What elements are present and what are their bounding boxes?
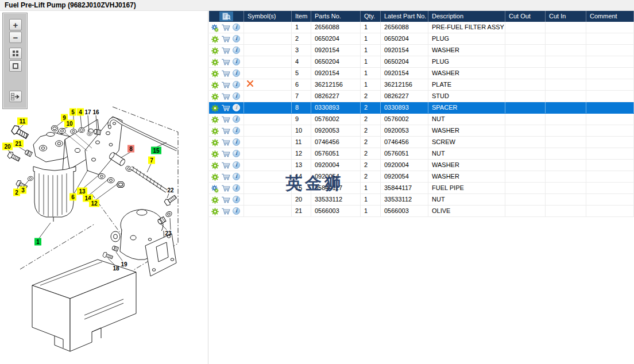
- configure-gear-icon[interactable]: [211, 138, 219, 146]
- zoom-out-icon[interactable]: −: [9, 32, 22, 43]
- add-to-cart-icon[interactable]: [221, 173, 231, 181]
- configure-gear-icon[interactable]: [211, 47, 219, 55]
- add-to-cart-icon[interactable]: [221, 58, 231, 66]
- configure-gear-icon[interactable]: [211, 207, 219, 215]
- column-header[interactable]: Cut Out: [505, 11, 546, 22]
- add-to-cart-icon[interactable]: [221, 92, 231, 100]
- info-icon[interactable]: i: [233, 69, 240, 77]
- info-icon[interactable]: i: [233, 150, 240, 157]
- add-to-cart-icon[interactable]: [221, 47, 231, 55]
- configure-gear-icon[interactable]: [211, 115, 219, 123]
- table-row[interactable]: i1535844117135844117FUEL PIPE: [209, 183, 634, 194]
- column-header[interactable]: Description: [428, 11, 505, 22]
- table-row[interactable]: i21056600310566003OLIVE: [209, 206, 634, 217]
- configure-gear-icon[interactable]: [211, 35, 219, 43]
- configure-gear-icon[interactable]: [211, 92, 219, 100]
- column-header[interactable]: Item: [292, 11, 311, 22]
- diagram-callout[interactable]: 20: [2, 143, 13, 150]
- fit-view-icon[interactable]: [9, 60, 22, 72]
- info-icon[interactable]: i: [233, 47, 240, 54]
- column-header[interactable]: Parts No.: [311, 11, 361, 22]
- configure-gear-icon[interactable]: [211, 127, 219, 135]
- info-icon[interactable]: i: [233, 58, 240, 65]
- diagram-callout[interactable]: 3: [20, 187, 26, 194]
- info-icon[interactable]: i: [233, 207, 240, 215]
- column-header[interactable]: Comment: [586, 11, 634, 22]
- configure-gear-icon[interactable]: [211, 161, 219, 169]
- info-icon[interactable]: i: [233, 35, 240, 42]
- info-icon[interactable]: i: [233, 196, 240, 203]
- column-header[interactable]: Symbol(s): [244, 11, 292, 22]
- search-list-icon[interactable]: [219, 11, 233, 21]
- table-row[interactable]: i14092005420920054WASHER: [209, 171, 634, 183]
- table-row[interactable]: i3092015410920154WASHER: [209, 45, 634, 56]
- table-row[interactable]: i10092005320920053WASHER: [209, 125, 634, 137]
- add-to-cart-icon[interactable]: [221, 161, 231, 169]
- diagram-callout[interactable]: 4: [77, 109, 84, 116]
- tile-view-icon[interactable]: [9, 48, 22, 59]
- diagram-callout[interactable]: 1: [34, 238, 41, 246]
- diagram-callout[interactable]: 8: [127, 145, 134, 153]
- add-to-cart-icon[interactable]: [221, 138, 231, 146]
- info-icon[interactable]: i: [233, 138, 240, 146]
- table-row[interactable]: i5092015410920154WASHER: [209, 68, 634, 79]
- add-to-cart-icon[interactable]: [221, 35, 231, 43]
- info-icon[interactable]: i: [233, 24, 240, 31]
- diagram-callout[interactable]: 11: [17, 118, 28, 125]
- zoom-in-icon[interactable]: +: [9, 19, 22, 30]
- diagram-callout[interactable]: 17: [84, 109, 91, 115]
- diagram-callout[interactable]: 5: [69, 109, 76, 116]
- diagram-callout[interactable]: 10: [64, 120, 75, 127]
- configure-gear-icon[interactable]: [211, 58, 219, 66]
- add-to-cart-icon[interactable]: [221, 184, 231, 192]
- info-icon[interactable]: i: [233, 184, 240, 192]
- add-to-cart-icon[interactable]: [221, 196, 231, 204]
- configure-gear-icon[interactable]: [211, 81, 219, 89]
- assembly-gears-icon[interactable]: [211, 184, 219, 192]
- configure-gear-icon[interactable]: [211, 196, 219, 204]
- info-icon[interactable]: i: [233, 173, 240, 180]
- diagram-callout[interactable]: 16: [92, 109, 99, 115]
- configure-gear-icon[interactable]: [211, 69, 219, 78]
- info-icon[interactable]: i: [233, 161, 240, 169]
- column-header[interactable]: Latest Part No.: [381, 11, 428, 22]
- column-header-icon[interactable]: [209, 11, 244, 22]
- add-to-cart-icon[interactable]: [221, 69, 231, 78]
- diagram-callout[interactable]: 13: [77, 188, 87, 195]
- diagram-callout[interactable]: 2: [13, 189, 20, 196]
- column-header[interactable]: Cut In: [546, 11, 586, 22]
- add-to-cart-icon[interactable]: [221, 104, 231, 112]
- table-row[interactable]: i11074645620746456SCREW: [209, 137, 634, 148]
- table-row[interactable]: i2065020410650204PLUG: [209, 33, 634, 45]
- table-row[interactable]: i2033533112133533112NUT: [209, 194, 634, 206]
- info-icon[interactable]: i: [233, 81, 240, 88]
- add-to-cart-icon[interactable]: [221, 115, 231, 123]
- table-row[interactable]: i7082622720826227STUD: [209, 91, 634, 102]
- add-to-cart-icon[interactable]: [221, 81, 231, 89]
- column-header[interactable]: Qty.: [361, 11, 381, 22]
- table-row[interactable]: i8033089320330893SPACER: [209, 102, 634, 114]
- assembly-gears-icon[interactable]: [211, 24, 219, 32]
- table-row[interactable]: i12057605120576051NUT: [209, 148, 634, 160]
- table-row[interactable]: i13092000420920004WASHER: [209, 160, 634, 171]
- configure-gear-icon[interactable]: [211, 104, 219, 112]
- info-icon[interactable]: i: [233, 115, 240, 123]
- table-row[interactable]: i9057600220576002NUT: [209, 114, 634, 125]
- diagram-callout[interactable]: 15: [151, 147, 161, 154]
- diagram-callout[interactable]: 7: [148, 157, 155, 164]
- table-row[interactable]: i1265608812656088PRE-FUEL FILTER ASSY: [209, 22, 634, 33]
- diagram-callout[interactable]: 18: [113, 265, 119, 272]
- info-icon[interactable]: i: [233, 104, 240, 111]
- table-row[interactable]: i636212156136212156PLATE: [209, 79, 634, 91]
- info-icon[interactable]: i: [233, 92, 240, 100]
- show-list-icon[interactable]: [9, 91, 22, 102]
- diagram-callout[interactable]: 12: [89, 200, 99, 207]
- table-row[interactable]: i4065020410650204PLUG: [209, 56, 634, 68]
- add-to-cart-icon[interactable]: [221, 207, 231, 215]
- configure-gear-icon[interactable]: [211, 150, 219, 158]
- add-to-cart-icon[interactable]: [221, 24, 231, 32]
- diagram-callout[interactable]: 19: [121, 261, 127, 268]
- diagram-callout[interactable]: 6: [69, 193, 76, 201]
- add-to-cart-icon[interactable]: [221, 127, 231, 135]
- diagram-callout[interactable]: 22: [167, 187, 174, 193]
